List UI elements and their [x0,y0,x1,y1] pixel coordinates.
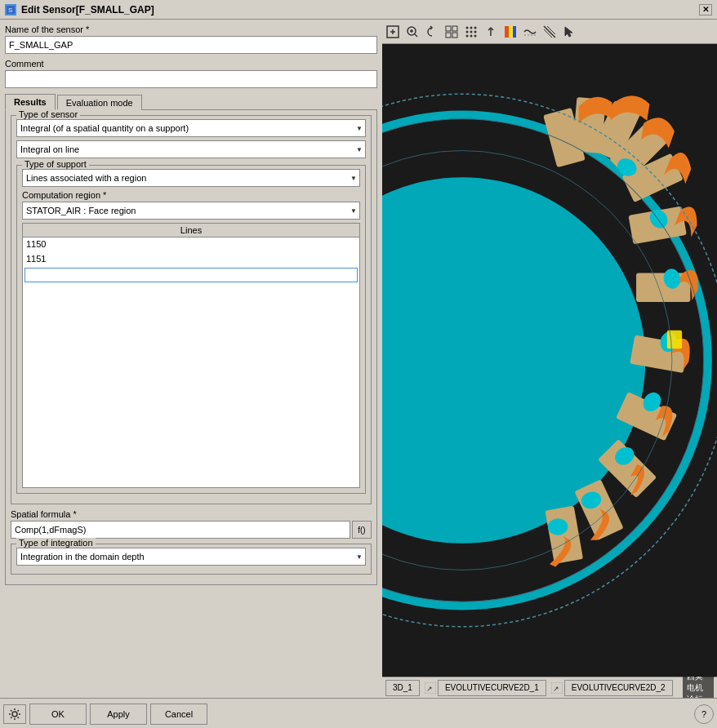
help-button[interactable]: ? [694,704,714,724]
svg-rect-24 [509,26,513,38]
svg-point-18 [474,30,477,33]
status-tab-curve1[interactable]: EVOLUTIVECURVE2D_1 [438,680,546,696]
type-of-support-group: Type of support Lines associated with a … [16,165,366,494]
type-of-integration-select-wrapper: Integration in the domain depth [16,548,366,566]
svg-point-16 [466,30,469,33]
tab-content: Type of sensor Integral (of a spatial qu… [5,109,377,585]
viz-statusbar: 3D_1 ↗ EVOLUTIVECURVE2D_1 ↗ EVOLUTIVECUR… [382,677,717,698]
motor-visualization [382,44,717,677]
viz-canvas [382,44,717,677]
status-tab-curve2[interactable]: EVOLUTIVECURVE2D_2 [564,680,673,696]
window-icon: S [5,4,16,16]
ok-button[interactable]: OK [29,704,87,725]
comment-input[interactable] [5,70,377,88]
svg-rect-54 [667,331,682,348]
line-row-1151[interactable]: 1151 [23,252,359,267]
type-of-support-select[interactable]: Lines associated with a region [22,169,360,187]
lines-table-body: 1150 1151 [23,237,359,487]
status-tab-3d[interactable]: 3D_1 [385,680,420,696]
color-map-btn[interactable] [501,23,519,41]
svg-rect-9 [446,26,451,31]
svg-text:↗: ↗ [553,685,559,693]
diagonal-lines-btn[interactable] [541,23,559,41]
settings-icon-btn[interactable] [3,704,26,724]
button-row: OK Apply Cancel ? [0,698,717,728]
computation-region-label: Computation region * [22,190,360,200]
svg-text:↗: ↗ [426,685,433,693]
svg-text:S: S [8,7,12,14]
spatial-formula-input[interactable] [11,521,350,539]
integral-type-select[interactable]: Integral on line [16,140,366,158]
apply-button[interactable]: Apply [90,704,147,725]
svg-point-62 [12,712,17,717]
cancel-button[interactable]: Cancel [150,704,207,725]
viz-toolbar [382,20,717,44]
type-of-sensor-group: Type of sensor Integral (of a spatial qu… [11,115,372,504]
tab-results[interactable]: Results [5,94,56,110]
computation-region-select-wrapper: STATOR_AIR : Face region [22,202,360,220]
svg-rect-10 [452,26,457,31]
dialog-panel: Name of the sensor * Comment Results Eva… [0,20,382,698]
type-of-support-label: Type of support [22,159,89,169]
type-of-sensor-select[interactable]: Integral (of a spatial quantity on a sup… [16,119,366,137]
status-tab-curve2-group: ↗ EVOLUTIVECURVE2D_2 [551,680,673,696]
grid-btn[interactable] [443,23,461,41]
svg-point-14 [470,26,473,29]
svg-point-15 [474,26,477,29]
comment-field-group: Comment [5,59,377,88]
svg-rect-25 [513,26,516,38]
cursor-btn[interactable] [560,23,578,41]
svg-point-21 [474,34,477,37]
type-of-integration-group: Type of integration Integration in the d… [11,544,372,575]
line-input-row [23,267,359,283]
type-of-sensor-select-wrapper: Integral (of a spatial quantity on a sup… [16,119,366,137]
arrow-up-btn[interactable] [482,23,500,41]
line-input[interactable] [24,268,358,282]
integral-type-select-wrapper: Integral on line [16,140,366,158]
tabs-row: Results Evaluation mode [5,93,377,109]
lines-table-header: Lines [23,224,359,237]
name-field-group: Name of the sensor * [5,24,377,54]
rotate-btn[interactable] [423,23,441,41]
svg-point-20 [470,34,473,37]
svg-rect-11 [446,33,451,38]
type-of-integration-select[interactable]: Integration in the domain depth [16,548,366,566]
settings-icon [8,708,21,721]
svg-line-27 [544,26,555,38]
type-of-sensor-label: Type of sensor [16,109,80,119]
close-button[interactable]: ✕ [699,4,712,16]
svg-point-13 [466,26,469,29]
viz-panel: 3D_1 ↗ EVOLUTIVECURVE2D_1 ↗ EVOLUTIVECUR… [382,20,717,698]
svg-point-17 [470,30,473,33]
name-label: Name of the sensor * [5,24,377,34]
title-bar: S Edit Sensor[F_SMALL_GAP] ✕ [0,0,717,20]
spatial-row: f() [11,521,372,539]
spatial-formula-group: Spatial formula * f() [11,509,372,539]
svg-rect-23 [505,26,509,38]
wave-btn[interactable] [521,23,539,41]
spatial-formula-label: Spatial formula * [11,509,372,519]
window-title: Edit Sensor[F_SMALL_GAP] [21,4,699,16]
lines-table: Lines 1150 1151 [22,223,360,488]
zoom-in-btn[interactable] [403,23,421,41]
tab-evaluation[interactable]: Evaluation mode [57,95,142,110]
comment-label: Comment [5,59,377,69]
name-input[interactable] [5,36,377,54]
dots-btn[interactable] [462,23,480,41]
svg-point-19 [466,34,469,37]
line-row-1150[interactable]: 1150 [23,237,359,252]
type-of-support-select-wrapper: Lines associated with a region [22,169,360,187]
curve2-icon: ↗ [551,682,563,694]
zoom-extent-btn[interactable] [384,23,402,41]
svg-line-8 [415,34,417,37]
lines-empty-area [23,283,359,487]
f0-button[interactable]: f() [352,521,372,539]
computation-region-select[interactable]: STATOR_AIR : Face region [22,202,360,220]
svg-rect-12 [452,33,457,38]
status-tab-curve1-group: ↗ EVOLUTIVECURVE2D_1 [425,680,546,696]
curve1-icon: ↗ [425,682,436,694]
type-of-integration-label: Type of integration [16,538,96,548]
